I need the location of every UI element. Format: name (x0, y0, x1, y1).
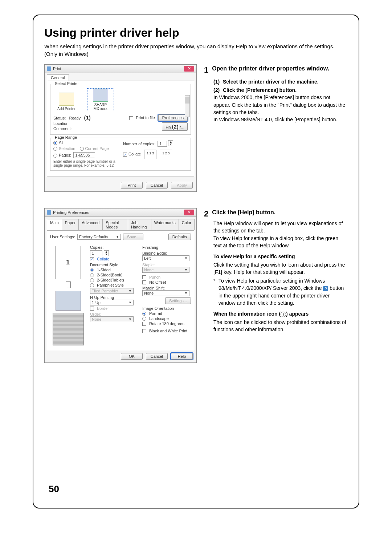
printer-tray-preview-icon (53, 313, 84, 345)
orient-landscape-radio[interactable] (142, 317, 146, 321)
callout-1: (1) (84, 114, 90, 121)
pages-input[interactable]: 1-65535 (73, 152, 95, 158)
margin-settings-button[interactable]: Settings... (165, 297, 191, 304)
apply-button[interactable]: Apply (171, 182, 193, 189)
page-number: 50 (49, 483, 59, 495)
ds-1sided-radio[interactable] (90, 268, 94, 272)
border-checkbox[interactable] (90, 307, 94, 311)
step-divider (44, 203, 348, 203)
print-dialog: Print ✕ General Select Printer Add Print… (44, 64, 197, 192)
staple-dropdown: None▼ (142, 267, 189, 273)
select-printer-group: Select Printer (53, 81, 80, 86)
spinner-icon[interactable]: ▲▼ (168, 140, 173, 146)
ds-pamphlet-radio[interactable] (90, 283, 94, 287)
order-dropdown: None▼ (90, 316, 134, 322)
no-offset-checkbox[interactable] (142, 280, 146, 284)
tab-main[interactable]: Main (47, 219, 62, 230)
pref-collate-checkbox[interactable] (90, 257, 94, 261)
ds-2tablet-radio[interactable] (90, 278, 94, 282)
nup-dropdown[interactable]: 1-Up▼ (90, 300, 134, 305)
chevron-down-icon: ▼ (184, 268, 188, 272)
collate-preview-icon: 1 2 3 (144, 150, 156, 159)
cancel-button[interactable]: Cancel (146, 353, 168, 360)
manual-page: Using printer driver help When selecting… (33, 15, 359, 509)
callout-2: (2) (172, 123, 178, 130)
stack-preview-icon (56, 291, 81, 311)
close-icon[interactable]: ✕ (184, 66, 194, 72)
print-button[interactable]: Print (121, 182, 143, 189)
copies-input[interactable]: 1 (158, 141, 167, 147)
tab-watermarks[interactable]: Watermarks (151, 219, 179, 230)
ds-2book-radio[interactable] (90, 273, 94, 277)
print-preview: 1 (50, 244, 86, 347)
printer-icon (47, 66, 51, 71)
range-all-radio[interactable] (53, 141, 57, 145)
chevron-down-icon: ▼ (116, 235, 119, 239)
intro-text: When selecting settings in the printer d… (44, 42, 348, 58)
cancel-button[interactable]: Cancel (146, 182, 168, 189)
binding-edge-dropdown[interactable]: Left▼ (142, 255, 189, 261)
punch-checkbox[interactable] (142, 275, 146, 279)
add-printer-item[interactable]: Add Printer (53, 93, 79, 111)
chevron-down-icon: ▼ (128, 301, 132, 304)
step-2-text: 2 Click the [Help] button. The Help wind… (204, 208, 348, 333)
margin-shift-dropdown[interactable]: None▼ (142, 290, 189, 296)
pref-tabs: Main Paper Advanced Special Modes Job Ha… (47, 219, 194, 231)
tab-general[interactable]: General (47, 74, 69, 81)
range-current-radio[interactable] (80, 147, 84, 151)
step-1-heading: Open the printer driver properties windo… (212, 65, 329, 72)
tab-job-handling[interactable]: Job Handling (128, 219, 151, 230)
printer-status-block: Status: Ready (1) Location: Comment: (53, 114, 91, 131)
collate-checkbox[interactable] (123, 153, 127, 157)
print-to-file-checkbox[interactable] (129, 116, 133, 120)
chevron-down-icon: ▼ (184, 256, 188, 260)
pref-dialog-title: Printing Preferences (53, 210, 89, 215)
pref-right-col: Finishing Binding Edge: Left▼ Staple: No… (142, 244, 191, 347)
rotate-180-checkbox[interactable] (142, 322, 146, 326)
print-dialog-title: Print (53, 66, 61, 71)
bw-print-checkbox[interactable] (142, 329, 146, 333)
page-title: Using printer driver help (44, 26, 348, 40)
step-1-row: Print ✕ General Select Printer Add Print… (44, 64, 348, 192)
spinner-icon[interactable]: ▲▼ (104, 250, 109, 256)
step-2-heading: Click the [Help] button. (212, 209, 275, 215)
tab-paper[interactable]: Paper (62, 219, 79, 230)
step-1-text: 1 Open the printer driver properties win… (204, 64, 348, 125)
preferences-button[interactable]: Preferences (158, 114, 188, 121)
tab-special-modes[interactable]: Special Modes (102, 219, 128, 230)
defaults-button[interactable]: Defaults (168, 234, 191, 240)
pref-dialog-titlebar: Printing Preferences ✕ (45, 208, 196, 217)
chevron-down-icon: ▼ (184, 291, 188, 295)
user-settings-dropdown[interactable]: Factory Defaults▼ (77, 234, 121, 240)
portrait-preview-icon (66, 281, 71, 288)
page-range-group: Page Range (53, 135, 78, 139)
step-2-row: Printing Preferences ✕ Main Paper Advanc… (44, 208, 348, 363)
print-dialog-titlebar: Print ✕ (45, 65, 196, 73)
ok-button[interactable]: OK (121, 353, 143, 360)
add-printer-icon (59, 93, 74, 106)
printer-sharp-item[interactable]: SHARP MX-xxxx (87, 89, 114, 111)
printer-icon (93, 89, 108, 102)
tab-advanced[interactable]: Advanced (78, 219, 103, 230)
pref-copies-input[interactable]: 1 (90, 250, 102, 256)
save-button[interactable]: Save... (123, 234, 143, 240)
printer-list-scrollbar[interactable] (185, 95, 190, 117)
printer-icon (47, 210, 51, 215)
collate-preview-icon: 1 2 3 (160, 150, 172, 159)
range-pages-radio[interactable] (53, 154, 57, 158)
step-2-number: 2 (204, 208, 208, 220)
range-selection-radio[interactable] (53, 147, 57, 151)
preferences-dialog: Printing Preferences ✕ Main Paper Advanc… (44, 208, 197, 363)
find-printer-button[interactable]: Fin (2) r... (162, 122, 188, 131)
close-icon[interactable]: ✕ (184, 210, 194, 215)
step-1-number: 1 (204, 64, 208, 76)
tab-color[interactable]: Color (179, 219, 195, 230)
info-icon: i (281, 312, 286, 317)
help-button[interactable]: Help (171, 353, 193, 360)
chevron-down-icon: ▼ (128, 289, 132, 293)
chevron-down-icon: ▼ (128, 317, 132, 321)
help-question-icon: ? (323, 286, 328, 291)
pamphlet-dropdown: Tiled Pamphlet▼ (90, 288, 134, 294)
pref-left-col: Copies: 1 ▲▼ Collate Document Style 1-Si… (90, 244, 139, 347)
orient-portrait-radio[interactable] (142, 312, 146, 316)
